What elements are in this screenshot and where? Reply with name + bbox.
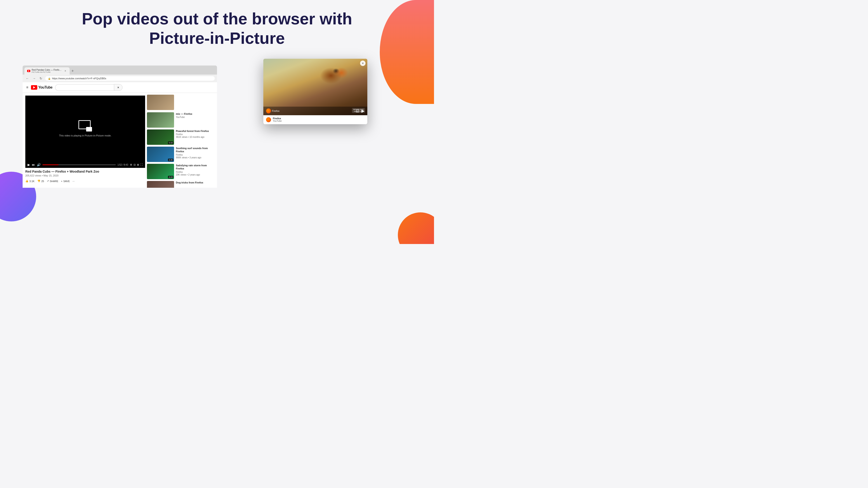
list-item[interactable]: 5:43 Peaceful forest from Firefox Firefo…	[147, 129, 215, 145]
woodland-watermark: WOODLAND PARK ZOO	[352, 108, 365, 113]
pip-source-bar: Firefox YouTube	[264, 115, 367, 124]
youtube-search-clear-button[interactable]: ×	[114, 84, 123, 91]
firefox-logo: Firefox	[266, 108, 280, 113]
sidebar-thumbnail: 4:43	[147, 164, 174, 179]
woodland-text-line2: PARK ZOO	[353, 110, 364, 112]
address-bar[interactable]: 🔒 https://www.youtube.com/watch?v=F-nFQr…	[45, 76, 215, 80]
sidebar-thumbnail	[147, 181, 174, 188]
sidebar-video-info	[176, 95, 215, 110]
sidebar-video-info: Soothing surf sounds from Firefox Firefo…	[176, 147, 215, 162]
sidebar-video-info: mix — Firefox YouTube	[176, 112, 215, 128]
video-info: Red Panda Cubs — Firefox + Woodland Park…	[23, 168, 145, 185]
sidebar-video-title: Dog tricks from Firefox	[176, 181, 215, 184]
back-button[interactable]: ←	[25, 76, 30, 81]
dislike-icon: 👎	[37, 180, 40, 183]
heading-line2: Picture-in-Picture	[149, 29, 285, 47]
youtube-logo: YouTube	[31, 85, 53, 90]
dislike-button[interactable]: 👎 25	[37, 179, 44, 184]
browser-toolbar: ← → ↻ 🔒 https://www.youtube.com/watch?v=…	[23, 74, 217, 82]
volume-button[interactable]: 🔊	[37, 163, 41, 166]
miniplayer-button[interactable]: ⊡	[133, 163, 135, 166]
sidebar-video-title: mix — Firefox	[176, 112, 215, 116]
video-actions-bar: 👍 3.1K 👎 25 ↗ SHARE +	[25, 179, 142, 184]
thumb-duration: 5:43	[168, 141, 174, 144]
decorative-blob-red-bottom	[398, 213, 434, 244]
video-player[interactable]: This video is playing in Picture-in-Pict…	[25, 96, 145, 168]
sidebar-video-meta: 361K views • 10 months ago	[176, 136, 215, 138]
like-icon: 👍	[25, 180, 29, 183]
thumb-duration: 4:45	[168, 159, 174, 161]
list-item[interactable]: 4:43 Satisfying rain storm from Firefox …	[147, 164, 215, 179]
like-button[interactable]: 👍 3.1K	[25, 179, 35, 184]
video-title: Red Panda Cubs — Firefox + Woodland Park…	[25, 170, 142, 173]
video-views: 205,622 views	[25, 174, 41, 177]
tab-favicon	[27, 69, 30, 72]
pip-source-site-label: YouTube	[273, 120, 282, 122]
sidebar-thumbnail	[147, 112, 174, 128]
sidebar-thumbnail: 4:45	[147, 147, 174, 162]
firefox-icon	[266, 108, 271, 113]
sidebar-video-meta: 990K views • 3 years ago	[176, 156, 215, 159]
list-item[interactable]: Dog tricks from Firefox	[147, 181, 215, 188]
youtube-page: ≡ YouTube ×	[23, 82, 217, 188]
fullscreen-button[interactable]: ⛶	[141, 163, 143, 166]
tab-title-label: Red Pandas Cubs — Firefox + W...	[32, 69, 62, 71]
forward-button[interactable]: →	[32, 76, 37, 81]
time-display: 1:52 / 8:43	[118, 164, 128, 166]
youtube-search-bar: ×	[55, 84, 213, 91]
sidebar-video-title: Soothing surf sounds from Firefox	[176, 147, 215, 153]
sidebar-video-info: Dog tricks from Firefox	[176, 181, 215, 188]
video-controls-bar: ▶ ⏭ 🔊 1:52 / 8:43 ⚙ ⊡ ⊞ ⛶	[25, 162, 145, 168]
youtube-search-input[interactable]	[55, 84, 114, 91]
sidebar-video-info: Satisfying rain storm from Firefox Firef…	[176, 164, 215, 179]
settings-button[interactable]: ⚙	[130, 163, 132, 166]
more-button[interactable]: ···	[72, 179, 74, 184]
progress-bar[interactable]	[42, 164, 116, 165]
browser-chrome: Red Pandas Cubs — Firefox + W... PICTURE…	[23, 66, 217, 82]
video-date: May 15, 2020	[43, 174, 59, 177]
address-url: https://www.youtube.com/watch?v=F-nFQryD…	[52, 77, 106, 80]
video-meta: 205,622 views • May 15, 2020	[25, 174, 142, 177]
browser-tabs-bar: Red Pandas Cubs — Firefox + W... PICTURE…	[23, 66, 217, 74]
thumb-duration: 4:43	[168, 176, 174, 178]
tab-pip-badge: PICTURE-IN-PICTURE	[32, 71, 62, 73]
list-item[interactable]: 4:45 Soothing surf sounds from Firefox F…	[147, 147, 215, 162]
youtube-favicon-icon	[27, 70, 30, 72]
save-label: SAVE	[63, 180, 70, 183]
pip-video-area: × Firefox ⊡ ▶ WOODLAND PARK ZOO	[264, 59, 367, 115]
pip-playing-message: This video is playing in Picture-in-Pict…	[59, 134, 112, 137]
pip-source-browser-label: Firefox	[273, 117, 282, 120]
tab-close-button[interactable]: ×	[64, 69, 67, 72]
list-item[interactable]	[147, 95, 215, 110]
sidebar-video-info: Peaceful forest from Firefox Firefox 361…	[176, 129, 215, 145]
next-button[interactable]: ⏭	[32, 163, 35, 166]
share-button[interactable]: ↗ SHARE	[47, 179, 58, 184]
sidebar-thumbnail: 5:43	[147, 129, 174, 145]
youtube-logo-icon	[31, 85, 37, 90]
youtube-body: This video is playing in Picture-in-Pict…	[23, 93, 217, 188]
share-label: SHARE	[50, 180, 58, 183]
new-tab-button[interactable]: +	[70, 68, 76, 74]
pip-icon	[79, 120, 92, 131]
sidebar-thumbnail	[147, 95, 174, 110]
youtube-header: ≡ YouTube ×	[23, 82, 217, 93]
youtube-menu-icon[interactable]: ≡	[26, 86, 28, 90]
woodland-text-line1: WOODLAND	[353, 108, 364, 110]
page-heading: Pop videos out of the browser with Pictu…	[0, 9, 434, 48]
heading-line1: Pop videos out of the browser with	[82, 10, 352, 28]
play-button[interactable]: ▶	[28, 163, 30, 166]
sidebar-video-title: Satisfying rain storm from Firefox	[176, 164, 215, 170]
like-count: 3.1K	[29, 180, 35, 183]
save-button[interactable]: + SAVE	[61, 179, 70, 184]
pip-icon-inner	[86, 127, 92, 131]
active-tab[interactable]: Red Pandas Cubs — Firefox + W... PICTURE…	[24, 67, 70, 74]
more-icon: ···	[72, 180, 74, 183]
sidebar-video-channel: Firefox	[176, 154, 215, 156]
sidebar-video-channel: YouTube	[176, 116, 215, 119]
pip-close-button[interactable]: ×	[360, 61, 366, 66]
theater-button[interactable]: ⊞	[137, 163, 139, 166]
video-pip-area: This video is playing in Picture-in-Pict…	[25, 96, 145, 162]
refresh-button[interactable]: ↻	[38, 76, 43, 81]
list-item[interactable]: mix — Firefox YouTube	[147, 112, 215, 128]
progress-fill	[42, 164, 59, 165]
